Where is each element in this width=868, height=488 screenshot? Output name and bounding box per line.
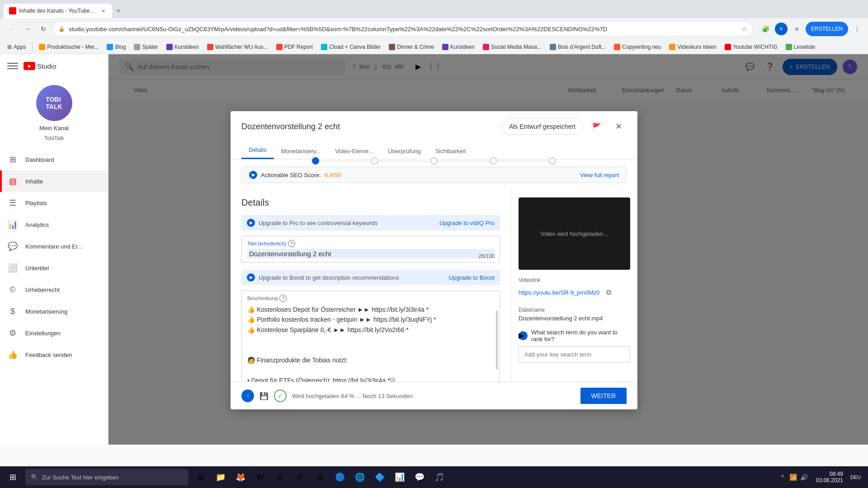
address-bar[interactable]: 🔒 studio.youtube.com/channel/UC6N5u-OiGz… — [52, 21, 753, 37]
taskbar-app11[interactable]: 💬 — [410, 468, 429, 486]
inhalte-icon: ▤ — [7, 176, 18, 187]
clock-date: 03.06.2021 — [816, 477, 843, 483]
bookmark-produktsuche[interactable]: Produktsuche - Mer... — [35, 43, 102, 51]
bookmark-label: Leseliste — [794, 44, 815, 50]
save-icon[interactable]: 💾 — [258, 389, 270, 402]
sidebar-item-urheberrecht[interactable]: © Urheberrecht — [0, 279, 108, 300]
title-info-icon[interactable]: ? — [288, 240, 295, 247]
taskbar-powerpoint[interactable]: P — [291, 468, 309, 486]
tab-ueberpruefung[interactable]: Überprüfung — [381, 143, 428, 159]
taskbar-chrome[interactable]: 🌐 — [351, 468, 369, 486]
youtube-studio-logo[interactable]: Studio — [24, 62, 57, 70]
tab-sichtbarkeit[interactable]: Sichtbarkeit — [428, 143, 473, 159]
upload-button[interactable]: ↑ — [241, 389, 254, 402]
sidebar-item-kommentare[interactable]: 💬 Kommentare und Er... — [0, 235, 108, 257]
bookmark-copywriting[interactable]: Copywriting neu — [610, 43, 665, 51]
description-content[interactable]: 👍 Kostenloses Depot für Österreicher ►► … — [247, 305, 494, 382]
more-extensions[interactable]: ≡ — [789, 22, 804, 36]
sidebar-item-playlists[interactable]: ☰ Playlists — [0, 192, 108, 214]
playlists-icon: ☰ — [7, 197, 18, 208]
bookmark-kursideen[interactable]: Kursideen — [163, 43, 203, 51]
sidebar-item-einstellungen[interactable]: ⚙ Einstellungen — [0, 322, 108, 344]
extensions-button[interactable]: 🧩 — [759, 22, 773, 36]
feedback-icon: 👍 — [7, 349, 18, 360]
copy-link-button[interactable]: ⧉ — [601, 285, 616, 300]
tab-video-elemente[interactable]: Video-Eleme... — [328, 143, 381, 159]
tab-bar: Inhalte des Kanals - YouTube St... ✕ + — [0, 0, 868, 18]
bookmark-cload[interactable]: Cload + Canva Bilder — [317, 43, 384, 51]
bookmark-icon — [725, 44, 731, 50]
sidebar-item-label: Analytics — [25, 221, 49, 228]
browser-actions: 🧩 V ≡ ERSTELLEN ⋮ — [759, 22, 864, 36]
clock[interactable]: 08:49 03.06.2021 — [816, 471, 843, 483]
sidebar-item-feedback[interactable]: 👍 Feedback senden — [0, 344, 108, 366]
bookmark-youtube[interactable]: Youtube WICHTIG — [721, 43, 781, 51]
sidebar-item-analytics[interactable]: 📊 Analytics — [0, 214, 108, 235]
tab-monetarisierung[interactable]: Monetarisierу... — [274, 143, 328, 159]
taskbar-explorer[interactable]: 📁 — [212, 468, 230, 486]
channel-avatar[interactable]: TOBITALK — [36, 85, 72, 121]
bookmark-star[interactable]: ☆ — [741, 25, 747, 33]
start-button[interactable]: ⊞ — [4, 468, 22, 486]
taskbar-excel[interactable]: X — [271, 468, 289, 486]
flag-button[interactable]: 🚩 — [589, 118, 605, 135]
modal-right-panel: Video wird hochgeladen... Videolink http… — [511, 190, 637, 382]
taskbar-edge[interactable]: 🔷 — [371, 468, 389, 486]
bookmark-leseliste[interactable]: Leseliste — [782, 43, 819, 51]
vidiq-extension[interactable]: V — [775, 23, 788, 35]
upgrade-pro-link[interactable]: Upgrade to vidIQ Pro — [439, 220, 495, 226]
tab-close-button[interactable]: ✕ — [100, 7, 107, 14]
taskbar-task-manager[interactable]: ⊞ — [192, 468, 210, 486]
video-link-url[interactable]: https://youtu.be/SR-9_pm0Mz0 — [519, 289, 599, 296]
taskbar-app8[interactable]: 🔵 — [331, 468, 349, 486]
bookmark-später[interactable]: Später — [130, 43, 161, 51]
bookmark-socialmedia[interactable]: Social Media Mana... — [479, 43, 545, 51]
profile-button[interactable]: ERSTELLEN — [806, 22, 848, 36]
taskbar-app7[interactable]: ⚙ — [311, 468, 329, 486]
bookmark-apps[interactable]: ⊞ Apps — [4, 43, 29, 51]
taskbar-search[interactable]: 🔍 Zur Suche Text hier eingeben — [25, 469, 188, 485]
desc-info-icon[interactable]: ? — [279, 295, 287, 302]
bookmark-wahlfaecher[interactable]: Wahlfächer WU Aus... — [203, 43, 272, 51]
bookmark-blog[interactable]: Blog — [103, 43, 129, 51]
bookmark-videokurs[interactable]: Videokurs Ideen — [665, 43, 720, 51]
tab-details[interactable]: Details — [241, 142, 274, 159]
bookmark-icon — [39, 44, 45, 50]
bookmark-kursideen2[interactable]: Kursideen — [439, 43, 478, 51]
upgrade-boost-link[interactable]: Upgrade to Boost — [449, 274, 495, 281]
bookmark-dinner[interactable]: Dinner & Crime — [385, 43, 438, 51]
sidebar-item-inhalte[interactable]: ▤ Inhalte — [0, 170, 108, 192]
hamburger-menu[interactable] — [7, 61, 18, 71]
network-icon[interactable]: 📶 — [789, 473, 798, 482]
bookmark-pdf[interactable]: PDF Report — [273, 43, 316, 51]
seo-score-label: Actionable SEO Score: — [261, 172, 321, 178]
bookmark-bois[interactable]: Bois d'Argent Duft... — [546, 43, 609, 51]
close-modal-button[interactable]: ✕ — [610, 118, 627, 135]
scrollbar[interactable] — [496, 310, 498, 369]
reload-button[interactable]: ↻ — [36, 22, 51, 36]
volume-icon[interactable]: 🔊 — [800, 473, 809, 482]
taskbar-word[interactable]: W — [251, 468, 269, 486]
description-wrapper[interactable]: Beschreibung ? 👍 Kostenloses Depot für Ö… — [241, 291, 500, 382]
bookmark-apps-label: Apps — [14, 44, 26, 50]
next-button[interactable]: WEITER — [580, 388, 627, 404]
search-term-input[interactable] — [519, 346, 630, 363]
save-draft-button[interactable]: Als Entwurf gespeichert — [501, 118, 583, 135]
title-input[interactable] — [247, 249, 494, 258]
sidebar-item-monetarisierung[interactable]: $ Monetarisierung — [0, 300, 108, 322]
sidebar-item-untertitel[interactable]: ⬜ Untertitel — [0, 257, 108, 279]
untertitel-icon: ⬜ — [7, 263, 18, 273]
sidebar-item-dashboard[interactable]: ⊞ Dashboard — [0, 149, 108, 170]
tray-icon-1[interactable]: ^ — [778, 473, 787, 482]
new-tab-button[interactable]: + — [112, 5, 125, 17]
back-button[interactable]: ← — [4, 22, 18, 36]
taskbar-app10[interactable]: 📊 — [391, 468, 409, 486]
active-tab[interactable]: Inhalte des Kanals - YouTube St... ✕ — [4, 4, 112, 18]
tab-label-monetarisierung: Monetarisierу... — [274, 143, 328, 159]
taskbar-spotify[interactable]: 🎵 — [430, 468, 448, 486]
taskbar-app3[interactable]: 🦊 — [231, 468, 250, 486]
settings-menu[interactable]: ⋮ — [850, 22, 864, 36]
bookmark-label: Produktsuche - Mer... — [47, 44, 99, 50]
view-full-report-link[interactable]: View full report — [580, 172, 619, 178]
forward-button[interactable]: → — [20, 22, 34, 36]
